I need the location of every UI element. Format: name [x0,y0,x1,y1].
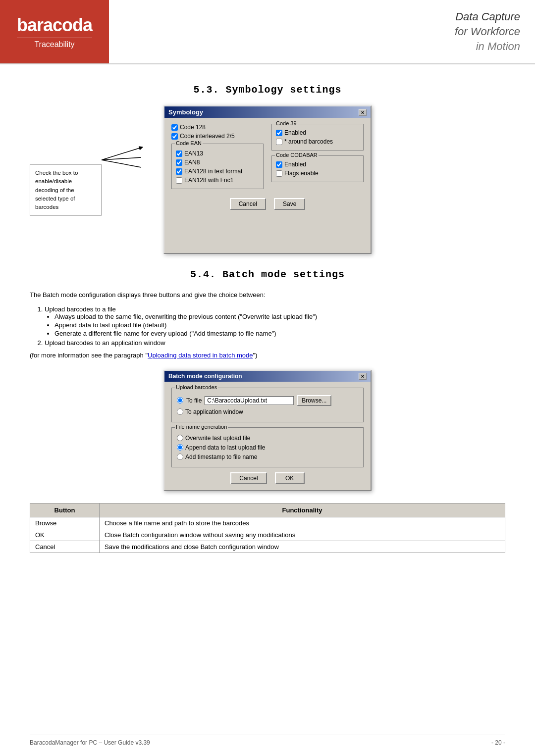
section-54-heading: 5.4. Batch mode settings [30,269,505,280]
code-ean-title: Code EAN [175,140,203,146]
footer-left: BaracodaManager for PC – User Guide v3.3… [30,739,150,746]
list-sub-1: Always upload to the same file, overwrit… [54,313,505,337]
filegen-title: File name generation [175,424,228,430]
codabar-enabled-label: Enabled [284,161,306,168]
batch-close-button[interactable]: × [359,373,367,380]
ean13-item: EAN13 [176,150,259,157]
code128-label: Code 128 [180,124,206,131]
sub-item-1: Always upload to the same file, overwrit… [54,313,505,320]
table-row: OK Close Batch configuration window with… [30,529,505,541]
code-interleaved-checkbox[interactable] [171,133,178,140]
row-cancel-func: Save the modifications and close Batch c… [100,541,505,553]
table-row: Cancel Save the modifications and close … [30,541,505,553]
to-app-label: To application window [185,408,243,415]
upload-barcodes-title: Upload barcodes [175,384,218,390]
timestamp-radio[interactable] [177,454,183,460]
section-54-description: The Batch mode configuration displays th… [30,290,505,301]
batch-dialog: Batch mode configuration × Upload barcod… [163,370,372,491]
timestamp-row: Add timestamp to file name [177,454,358,460]
symbology-titlebar: Symbology × [164,106,371,118]
symbology-save-button[interactable]: Save [274,198,305,210]
svg-line-2 [102,160,141,167]
tagline-line3: in Motion [476,40,520,53]
batch-titlebar: Batch mode configuration × [164,371,371,382]
symbology-cancel-button[interactable]: Cancel [230,198,266,210]
table-body: Browse Choose a file name and path to st… [30,517,505,553]
codabar-flags-checkbox[interactable] [276,170,282,177]
to-file-radio[interactable] [177,397,183,403]
svg-line-1 [102,157,141,160]
logo-area: baracoda Traceability [0,0,109,63]
table-row: Browse Choose a file name and path to st… [30,517,505,529]
symbology-columns: Code 128 Code interleaved 2/5 Code EAN E… [171,124,364,193]
code39-around-checkbox[interactable] [276,139,282,145]
symbology-close-button[interactable]: × [359,109,367,116]
ean128-text-checkbox[interactable] [176,168,182,175]
code39-title: Code 39 [275,120,298,126]
page-footer: BaracodaManager for PC – User Guide v3.3… [30,735,505,746]
batch-link-text: (for more information see the paragraph … [30,351,505,361]
header-tagline: Data Capture for Workforce in Motion [109,0,535,63]
browse-button[interactable]: Browse... [297,395,331,406]
ean8-item: EAN8 [176,159,259,166]
code-interleaved-label: Code interleaved 2/5 [180,133,235,140]
to-app-radio[interactable] [177,408,183,415]
codabar-title: Code CODABAR [275,152,319,158]
list-item-1: Upload barcodes to a file Always upload … [45,305,505,337]
table-header-row: Button Functionality [30,503,505,517]
main-content: 5.3. Symbology settings Check the box to… [0,64,535,573]
ean128-fnc1-label: EAN128 with Fnc1 [184,177,233,184]
logo: baracoda Traceability [17,15,92,49]
batch-dialog-wrapper: Batch mode configuration × Upload barcod… [30,370,505,491]
batch-ok-button[interactable]: OK [275,472,305,484]
batch-cancel-button[interactable]: Cancel [230,472,267,484]
symbology-right-col: Code 39 Enabled * around barcodes [271,124,364,193]
code128-item: Code 128 [171,124,264,131]
logo-main-text: baracoda [17,15,92,36]
code-interleaved-item: Code interleaved 2/5 [171,133,264,140]
ean13-checkbox[interactable] [176,151,182,157]
ean128-fnc1-item: EAN128 with Fnc1 [176,177,259,184]
overwrite-row: Overwrite last upload file [177,435,358,442]
batch-buttons: Cancel OK [171,472,364,484]
file-path-input[interactable] [205,396,294,405]
code39-group: Code 39 Enabled * around barcodes [271,124,364,151]
annotation-text: Check the box to enable/disable decoding… [35,170,78,210]
code39-enabled-label: Enabled [284,129,306,136]
ean128-text-item: EAN128 in text format [176,168,259,175]
tagline-line2: for Workforce [455,25,520,38]
code128-checkbox[interactable] [171,124,178,131]
append-radio[interactable] [177,444,183,451]
functionality-table: Button Functionality Browse Choose a fil… [30,503,505,553]
col-header-functionality: Functionality [100,503,505,517]
ean8-checkbox[interactable] [176,159,182,166]
row-browse-func: Choose a file name and path to store the… [100,517,505,529]
row-cancel-button: Cancel [30,541,100,553]
upload-barcodes-group: Upload barcodes To file Browse... To app… [171,388,364,422]
batch-title: Batch mode configuration [168,373,242,380]
ean8-label: EAN8 [184,159,200,166]
to-app-row: To application window [177,408,358,415]
code-ean-group: Code EAN EAN13 EAN8 [171,144,264,189]
code39-enabled-checkbox[interactable] [276,130,282,136]
logo-sub-text: Traceability [17,38,92,49]
symbology-buttons: Cancel Save [171,198,364,210]
overwrite-radio[interactable] [177,435,183,441]
symbology-left-col: Code 128 Code interleaved 2/5 Code EAN E… [171,124,264,193]
code39-enabled-item: Enabled [276,129,359,136]
batch-body: Upload barcodes To file Browse... To app… [164,382,371,490]
row-ok-button: OK [30,529,100,541]
overwrite-label: Overwrite last upload file [185,435,250,442]
ean128-fnc1-checkbox[interactable] [176,177,182,184]
batch-link[interactable]: Uploading data stored in batch mode [148,352,253,359]
append-label: Append data to last upload file [185,444,265,451]
sub-item-3: Generate a different file name for every… [54,330,505,337]
codabar-flags-item: Flags enable [276,170,359,177]
codabar-flags-label: Flags enable [284,170,319,177]
codabar-enabled-checkbox[interactable] [276,161,282,168]
code39-around-label: * around barcodes [284,138,333,145]
section-53-heading: 5.3. Symbology settings [30,84,505,96]
append-row: Append data to last upload file [177,444,358,451]
ean128-text-label: EAN128 in text format [184,168,242,175]
table-header: Button Functionality [30,503,505,517]
